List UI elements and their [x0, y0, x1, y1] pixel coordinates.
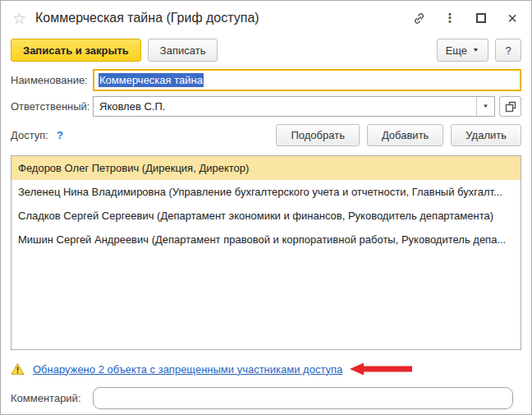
- name-field-label: Наименование:: [11, 74, 93, 86]
- save-and-close-button[interactable]: Записать и закрыть: [11, 39, 141, 62]
- more-button-label: Еще: [446, 44, 467, 57]
- open-link-icon: [505, 101, 516, 113]
- link-icon[interactable]: [411, 11, 426, 25]
- more-button[interactable]: Еще ▼: [437, 39, 488, 62]
- list-item[interactable]: Мишин Сергей Андреевич (Департамент прав…: [11, 228, 521, 251]
- favorite-star-icon[interactable]: ☆: [12, 11, 26, 26]
- maximize-icon[interactable]: [474, 11, 488, 25]
- dropdown-arrow-icon: ▼: [483, 104, 489, 109]
- list-item[interactable]: Федоров Олег Петрович (Дирекция, Директо…: [11, 156, 521, 180]
- chevron-down-icon: ▼: [472, 47, 479, 53]
- comment-input[interactable]: [93, 387, 513, 409]
- save-button[interactable]: Записать: [148, 39, 218, 62]
- name-input-selected-text: Коммерческая тайна: [99, 73, 204, 87]
- responsible-open-button[interactable]: [499, 96, 521, 117]
- warning-row: Обнаружено 2 объекта с запрещенными учас…: [1, 362, 531, 376]
- responsible-dropdown-button[interactable]: ▼: [476, 97, 494, 116]
- delete-button[interactable]: Удалить: [451, 124, 521, 146]
- access-header-row: Доступ: ? Подобрать Добавить Удалить: [1, 124, 531, 146]
- name-input[interactable]: Коммерческая тайна: [93, 69, 521, 91]
- name-field-row: Наименование: Коммерческая тайна: [1, 69, 531, 91]
- close-icon[interactable]: ×: [505, 11, 520, 25]
- list-item[interactable]: Зеленец Нина Владимировна (Управление бу…: [11, 180, 521, 204]
- pick-button[interactable]: Подобрать: [276, 124, 359, 146]
- warning-icon: [11, 362, 25, 376]
- responsible-field-label: Ответственный:: [11, 100, 93, 113]
- add-button[interactable]: Добавить: [367, 124, 443, 146]
- responsible-input[interactable]: Яковлев С.П. ▼: [93, 96, 495, 117]
- form-window: ☆ Коммерческая тайна (Гриф доступа) ⋮ × …: [0, 0, 532, 415]
- menu-kebab-icon[interactable]: ⋮: [443, 11, 457, 25]
- toolbar: Записать и закрыть Записать Еще ▼ ?: [1, 39, 531, 62]
- access-list[interactable]: Федоров Олег Петрович (Дирекция, Директо…: [11, 155, 521, 350]
- access-label: Доступ:: [11, 129, 48, 141]
- window-title: Коммерческая тайна (Гриф доступа): [35, 11, 411, 25]
- responsible-field-row: Ответственный: Яковлев С.П. ▼: [1, 96, 531, 117]
- responsible-value: Яковлев С.П.: [94, 97, 476, 116]
- comment-field-label: Комментарий:: [11, 392, 93, 404]
- access-help-link[interactable]: ?: [57, 129, 63, 141]
- comment-row: Комментарий:: [1, 387, 531, 409]
- titlebar-icons: ⋮ ×: [411, 11, 520, 25]
- list-item[interactable]: Сладков Сергей Сергеевич (Департамент эк…: [11, 204, 521, 228]
- red-arrow-annotation: [349, 362, 413, 376]
- help-button[interactable]: ?: [495, 39, 521, 62]
- forbidden-objects-link[interactable]: Обнаружено 2 объекта с запрещенными учас…: [33, 363, 342, 376]
- titlebar: ☆ Коммерческая тайна (Гриф доступа) ⋮ ×: [1, 1, 531, 35]
